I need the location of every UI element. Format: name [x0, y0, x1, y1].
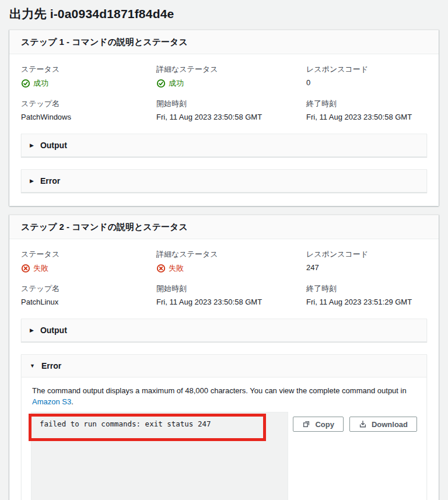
caret-right-icon: ▶: [30, 143, 34, 148]
end-time-label: 終了時刻: [306, 99, 427, 109]
error-note: The command output displays a maximum of…: [32, 385, 417, 407]
step-1-fields: ステータス 成功 詳細なステータス 成功 レスポンスコード 0: [21, 64, 427, 121]
start-time-value: Fri, 11 Aug 2023 23:50:58 GMT: [156, 113, 306, 121]
field-start-time: 開始時刻 Fri, 11 Aug 2023 23:50:58 GMT: [156, 284, 306, 306]
step-2-error-expander-header[interactable]: ▼ Error: [22, 355, 426, 377]
step-1-error-expander-header[interactable]: ▶ Error: [22, 170, 426, 192]
step-2-card: ステップ 2 - コマンドの説明とステータス ステータス 失敗 詳細なステータス…: [9, 215, 439, 500]
step-1-card-header: ステップ 1 - コマンドの説明とステータス: [9, 30, 439, 54]
error-output-textarea[interactable]: failed to run commands: exit status 247: [31, 412, 288, 500]
field-end-time: 終了時刻 Fri, 11 Aug 2023 23:51:29 GMT: [306, 284, 427, 306]
field-response-code: レスポンスコード 247: [306, 249, 427, 274]
copy-button[interactable]: Copy: [293, 417, 344, 432]
field-detailed-status: 詳細なステータス 成功: [156, 64, 306, 89]
step-name-label: ステップ名: [21, 284, 156, 294]
step-1-output-expander-header[interactable]: ▶ Output: [22, 134, 426, 156]
error-expander-title: Error: [40, 176, 60, 186]
step-2-card-header: ステップ 2 - コマンドの説明とステータス: [9, 215, 439, 239]
success-icon: [21, 79, 30, 88]
step-name-value: PatchLinux: [21, 298, 156, 306]
start-time-label: 開始時刻: [156, 99, 306, 109]
detailed-status-value: 成功: [156, 78, 306, 89]
output-expander-title: Output: [40, 326, 67, 335]
step-2-fields: ステータス 失敗 詳細なステータス 失敗 レスポンスコード 247: [21, 249, 427, 306]
step-name-value: PatchWindows: [21, 113, 156, 121]
field-step-name: ステップ名 PatchLinux: [21, 284, 156, 306]
field-detailed-status: 詳細なステータス 失敗: [156, 249, 306, 274]
field-response-code: レスポンスコード 0: [306, 64, 427, 89]
response-code-label: レスポンスコード: [306, 64, 427, 75]
start-time-value: Fri, 11 Aug 2023 23:50:58 GMT: [156, 298, 306, 306]
step-1-card-body: ステータス 成功 詳細なステータス 成功 レスポンスコード 0: [9, 54, 439, 206]
page-title: 出力先 i-0a0934d1871f84d4e: [9, 6, 439, 22]
field-status: ステータス 成功: [21, 64, 156, 89]
step-name-label: ステップ名: [21, 99, 156, 109]
step-2-error-expander: ▼ Error The command output displays a ma…: [21, 354, 427, 500]
start-time-label: 開始時刻: [156, 284, 306, 294]
download-icon: [359, 420, 367, 428]
field-end-time: 終了時刻 Fri, 11 Aug 2023 23:50:58 GMT: [306, 99, 427, 121]
amazon-s3-link[interactable]: Amazon S3: [32, 397, 71, 406]
detailed-status-label: 詳細なステータス: [156, 64, 306, 75]
status-value: 成功: [21, 78, 156, 89]
download-button[interactable]: Download: [349, 417, 417, 432]
end-time-value: Fri, 11 Aug 2023 23:51:29 GMT: [306, 298, 427, 306]
error-expander-title: Error: [41, 361, 61, 370]
field-step-name: ステップ名 PatchWindows: [21, 99, 156, 121]
step-1-card: ステップ 1 - コマンドの説明とステータス ステータス 成功 詳細なステータス…: [9, 30, 439, 206]
error-actions: Copy Download: [293, 417, 417, 432]
error-output-row: failed to run commands: exit status 247 …: [31, 412, 417, 500]
field-status: ステータス 失敗: [21, 249, 156, 274]
caret-right-icon: ▶: [30, 328, 34, 333]
end-time-label: 終了時刻: [306, 284, 427, 294]
step-2-output-expander: ▶ Output: [21, 319, 427, 342]
success-icon: [156, 79, 166, 88]
run-command-output-page: 出力先 i-0a0934d1871f84d4e ステップ 1 - コマンドの説明…: [0, 0, 448, 500]
response-code-value: 247: [306, 263, 427, 272]
step-1-error-expander: ▶ Error: [21, 169, 427, 193]
step-2-error-body: The command output displays a maximum of…: [22, 377, 426, 500]
response-code-label: レスポンスコード: [306, 249, 427, 260]
detailed-status-value: 失敗: [156, 263, 306, 274]
failed-icon: [21, 264, 30, 273]
status-value: 失敗: [21, 263, 156, 274]
end-time-value: Fri, 11 Aug 2023 23:50:58 GMT: [306, 113, 427, 121]
copy-icon: [302, 420, 310, 428]
response-code-value: 0: [306, 78, 427, 87]
failed-icon: [156, 264, 166, 273]
caret-right-icon: ▶: [30, 179, 34, 184]
status-label: ステータス: [21, 249, 156, 260]
step-2-card-body: ステータス 失敗 詳細なステータス 失敗 レスポンスコード 247: [9, 239, 439, 500]
step-2-output-expander-header[interactable]: ▶ Output: [22, 319, 426, 341]
output-expander-title: Output: [40, 141, 67, 150]
caret-down-icon: ▼: [30, 363, 35, 369]
step-1-output-expander: ▶ Output: [21, 134, 427, 157]
status-label: ステータス: [21, 64, 156, 75]
field-start-time: 開始時刻 Fri, 11 Aug 2023 23:50:58 GMT: [156, 99, 306, 121]
detailed-status-label: 詳細なステータス: [156, 249, 306, 260]
